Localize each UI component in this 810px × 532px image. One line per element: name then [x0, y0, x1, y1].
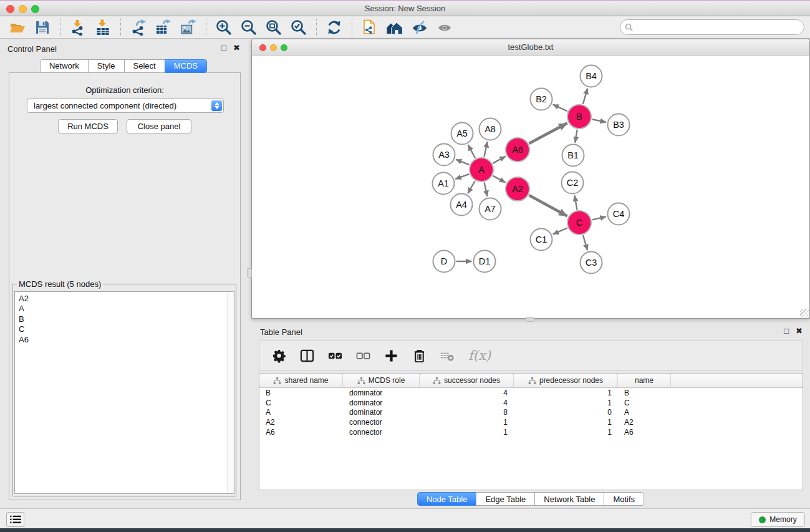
result-item[interactable]: A — [19, 304, 234, 314]
float-panel-icon[interactable]: □ — [221, 43, 226, 52]
deselect-all-button[interactable] — [354, 346, 372, 365]
edge-A2-C[interactable] — [529, 195, 567, 216]
tab-select[interactable]: Select — [124, 59, 165, 73]
delete-row-button[interactable] — [410, 346, 428, 365]
column-header-MCDS-role[interactable]: MCDS role — [343, 374, 420, 387]
network-canvas[interactable]: B4B2BB3A8A5A6A3B1AC2A1A2A4A7C4CC1DD1C3 — [252, 56, 809, 318]
settings-button[interactable] — [269, 346, 288, 365]
zoom-out-button[interactable] — [236, 17, 261, 37]
toolbar-separator — [206, 19, 206, 36]
manage-networks-button[interactable] — [357, 17, 382, 37]
result-item[interactable]: A6 — [19, 335, 234, 345]
add-row-button[interactable] — [382, 346, 400, 365]
criterion-dropdown[interactable]: largest connected component (directed) — [27, 99, 224, 113]
tab-edge-table[interactable]: Edge Table — [476, 492, 535, 506]
cell-predecessor-nodes: 1 — [514, 428, 618, 437]
export-network-button[interactable] — [126, 17, 151, 37]
table-row[interactable]: Cdominator41C — [259, 398, 803, 408]
column-label: successor nodes — [444, 376, 500, 385]
hide-panel-button[interactable] — [407, 17, 432, 37]
select-all-button[interactable] — [325, 346, 344, 365]
cell-successor-nodes: 4 — [420, 399, 514, 407]
network-window-titlebar[interactable]: testGlobe.txt — [252, 39, 809, 56]
table-row[interactable]: Adominator80A — [259, 408, 803, 418]
edge-B-B2[interactable] — [553, 105, 567, 112]
edge-B-B3[interactable] — [592, 119, 606, 122]
zoom-fit-button[interactable] — [261, 17, 286, 37]
search-input[interactable] — [634, 21, 804, 34]
float-table-panel-icon[interactable]: □ — [784, 326, 789, 336]
home-button[interactable] — [382, 17, 407, 37]
memory-button[interactable]: Memory — [751, 512, 805, 527]
delete-table-icon — [440, 349, 455, 363]
show-panel-button[interactable] — [432, 17, 457, 37]
edge-C-C4[interactable] — [592, 216, 605, 220]
column-label: predecessor nodes — [539, 376, 603, 385]
graph-node-label: C3 — [586, 258, 597, 268]
zoom-selected-button[interactable] — [286, 17, 311, 37]
edge-A-A7[interactable] — [485, 182, 488, 196]
result-item[interactable]: B — [19, 314, 234, 324]
graph-node-label: B — [576, 112, 582, 122]
toolbar-separator — [316, 19, 317, 36]
edge-A-A3[interactable] — [456, 160, 469, 165]
edge-A-A6[interactable] — [493, 157, 505, 163]
edge-A-A5[interactable] — [468, 145, 475, 158]
tab-mcds[interactable]: MCDS — [165, 59, 207, 73]
edge-A-A1[interactable] — [455, 174, 469, 179]
tab-motifs[interactable]: Motifs — [604, 492, 644, 506]
tab-node-table[interactable]: Node Table — [417, 492, 477, 506]
column-header-successor-nodes[interactable]: successor nodes — [420, 374, 514, 387]
column-view-button[interactable] — [297, 346, 316, 365]
close-panel-icon[interactable]: ✖ — [233, 43, 240, 52]
column-header-name[interactable]: name — [618, 374, 671, 387]
import-network-button[interactable] — [65, 17, 90, 37]
edge-A-A8[interactable] — [484, 142, 487, 157]
edge-C-C3[interactable] — [583, 235, 587, 250]
result-item[interactable]: C — [19, 324, 234, 334]
run-mcds-button[interactable]: Run MCDS — [58, 119, 118, 133]
cell-shared-name: A — [259, 408, 343, 417]
column-header-shared-name[interactable]: shared name — [259, 374, 343, 387]
column-header-predecessor-nodes[interactable]: predecessor nodes — [514, 374, 618, 387]
open-session-button[interactable] — [5, 17, 30, 37]
table-panel-window-buttons: □ ✖ — [784, 326, 803, 336]
table-row[interactable]: A2connector11A2 — [259, 417, 803, 427]
mcds-result-list[interactable]: A2ABCA6 — [14, 291, 234, 494]
tab-style[interactable]: Style — [88, 59, 125, 73]
zoom-in-button[interactable] — [211, 17, 236, 37]
export-table-button[interactable] — [151, 17, 176, 37]
cell-MCDS-role: connector — [343, 428, 420, 437]
horizontal-splitter-grip[interactable] — [526, 317, 534, 322]
result-scrollbar[interactable] — [227, 292, 234, 493]
attribute-type-icon — [528, 377, 536, 384]
edge-B-B1[interactable] — [575, 130, 577, 143]
save-session-button[interactable] — [30, 17, 55, 37]
edge-A6-B[interactable] — [529, 123, 567, 143]
vertical-splitter-grip[interactable] — [247, 268, 252, 278]
mcds-result-title: MCDS result (5 nodes) — [17, 279, 103, 289]
edge-A-A4[interactable] — [468, 181, 475, 193]
close-table-panel-icon[interactable]: ✖ — [796, 326, 803, 336]
refresh-button[interactable] — [322, 17, 347, 37]
graph-node-label: A7 — [485, 204, 496, 214]
export-image-button[interactable] — [176, 17, 201, 37]
tab-network-table[interactable]: Network Table — [534, 492, 604, 506]
table-row[interactable]: A6connector11A6 — [259, 427, 803, 437]
close-panel-button[interactable]: Close panel — [127, 119, 191, 133]
edge-A-A2[interactable] — [493, 176, 506, 183]
tab-network[interactable]: Network — [40, 59, 89, 73]
graph-node-label: C1 — [536, 235, 547, 244]
search-field[interactable] — [620, 19, 804, 35]
table-row[interactable]: Bdominator41B — [259, 388, 803, 398]
control-panel-title: Control Panel — [7, 44, 57, 54]
edge-B-B4[interactable] — [583, 89, 587, 104]
window-resize-grip[interactable] — [800, 309, 809, 317]
control-panel-tabs: NetworkStyleSelectMCDS — [2, 59, 245, 73]
task-history-button[interactable] — [6, 512, 24, 527]
result-item[interactable]: A2 — [19, 294, 234, 304]
node-table: shared nameMCDS rolesuccessor nodesprede… — [259, 373, 803, 490]
edge-C-C1[interactable] — [553, 228, 567, 234]
import-table-button[interactable] — [90, 17, 115, 37]
edge-C-C2[interactable] — [574, 195, 577, 210]
